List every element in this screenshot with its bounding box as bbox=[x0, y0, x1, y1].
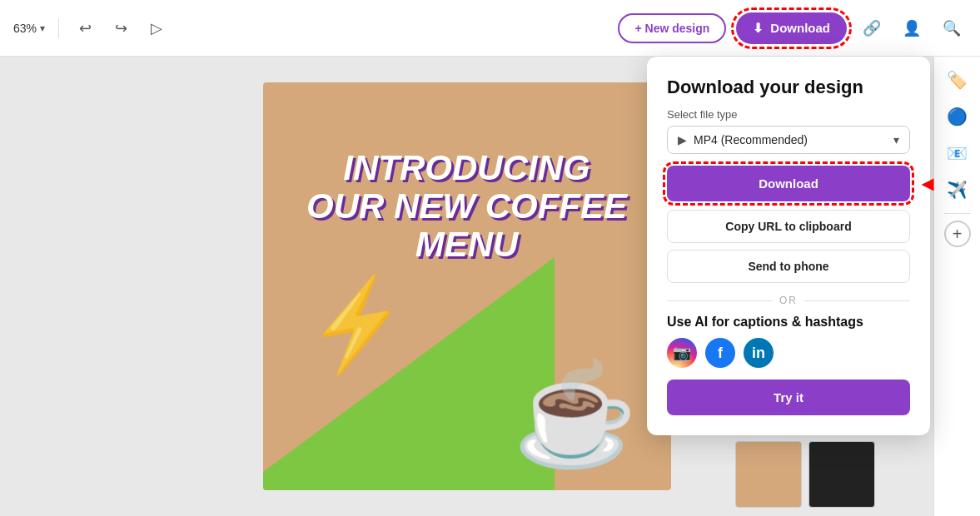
file-type-value: MP4 (Recommended) bbox=[694, 133, 887, 146]
video-icon: ▶ bbox=[678, 133, 687, 146]
design-preview: INTRODUCINGOUR NEW COFFEEMENU ⚡ ☕ bbox=[263, 82, 671, 490]
sidebar-app-button[interactable]: 🔵 bbox=[941, 100, 974, 133]
or-line: OR bbox=[667, 295, 910, 306]
file-type-label: Select file type bbox=[667, 108, 910, 121]
zoom-control[interactable]: 63% ▾ bbox=[13, 22, 45, 35]
undo-button[interactable]: ↩ bbox=[72, 16, 98, 41]
design-title: INTRODUCINGOUR NEW COFFEEMENU bbox=[288, 149, 646, 265]
facebook-icon[interactable]: f bbox=[705, 338, 735, 368]
thumbnail-1 bbox=[735, 441, 802, 508]
sidebar-add-button[interactable]: + bbox=[944, 221, 971, 247]
design-text-block: INTRODUCINGOUR NEW COFFEEMENU bbox=[288, 149, 646, 265]
download-panel: Download your design Select file type ▶ … bbox=[647, 57, 930, 435]
instagram-icon[interactable]: 📷 bbox=[667, 338, 697, 368]
file-type-select[interactable]: ▶ MP4 (Recommended) ▾ bbox=[667, 126, 910, 154]
copy-url-button[interactable]: Copy URL to clipboard bbox=[667, 210, 910, 243]
design-bolt-icon: ⚡ bbox=[296, 267, 416, 382]
right-sidebar: 🏷️ 🔵 📧 ✈️ + bbox=[933, 57, 980, 516]
panel-title: Download your design bbox=[667, 77, 910, 98]
separator bbox=[58, 18, 59, 38]
sidebar-send-button[interactable]: ✈️ bbox=[941, 173, 974, 206]
zoom-chevron-icon: ▾ bbox=[40, 22, 45, 34]
download-icon: ⬇ bbox=[753, 21, 764, 36]
share-icon-button[interactable]: 🔗 bbox=[857, 13, 887, 43]
topbar: 63% ▾ ↩ ↪ ▷ + New design ⬇ Download 🔗 👤 … bbox=[0, 0, 980, 57]
search-icon-button[interactable]: 🔍 bbox=[937, 13, 967, 43]
try-it-button[interactable]: Try it bbox=[667, 380, 910, 415]
linkedin-icon[interactable]: in bbox=[744, 338, 774, 368]
download-header-button[interactable]: ⬇ Download bbox=[736, 12, 847, 44]
play-button[interactable]: ▷ bbox=[144, 16, 169, 41]
thumbnail-strip bbox=[735, 441, 875, 508]
social-icons: 📷 f in bbox=[667, 338, 910, 368]
chevron-down-icon: ▾ bbox=[893, 133, 899, 146]
design-cup-icon: ☕ bbox=[513, 356, 638, 474]
redo-button[interactable]: ↪ bbox=[108, 16, 134, 41]
main-area: INTRODUCINGOUR NEW COFFEEMENU ⚡ ☕ Downlo… bbox=[0, 57, 980, 516]
sidebar-outlook-button[interactable]: 📧 bbox=[941, 136, 974, 170]
sidebar-divider bbox=[944, 213, 971, 214]
new-design-button[interactable]: + New design bbox=[618, 13, 726, 43]
ai-section-title: Use AI for captions & hashtags bbox=[667, 315, 910, 330]
plus-icon: + bbox=[953, 225, 963, 244]
send-to-phone-button[interactable]: Send to phone bbox=[667, 250, 910, 283]
user-icon-button[interactable]: 👤 bbox=[897, 13, 927, 43]
download-main-button[interactable]: Download bbox=[667, 166, 910, 201]
thumbnail-2 bbox=[808, 441, 875, 508]
sidebar-tag-button[interactable]: 🏷️ bbox=[941, 63, 974, 97]
zoom-level: 63% bbox=[13, 22, 37, 35]
or-divider: OR bbox=[667, 295, 910, 306]
